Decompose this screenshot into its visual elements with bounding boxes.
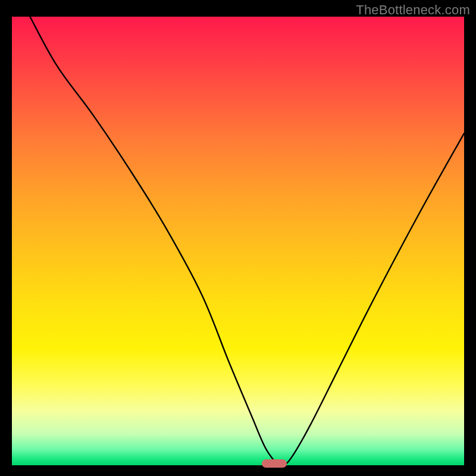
watermark-text: TheBottleneck.com [356,2,470,18]
chart-frame: TheBottleneck.com [0,0,476,476]
optimal-marker [262,459,287,468]
plot-area [12,17,464,465]
bottleneck-curve [12,17,464,465]
